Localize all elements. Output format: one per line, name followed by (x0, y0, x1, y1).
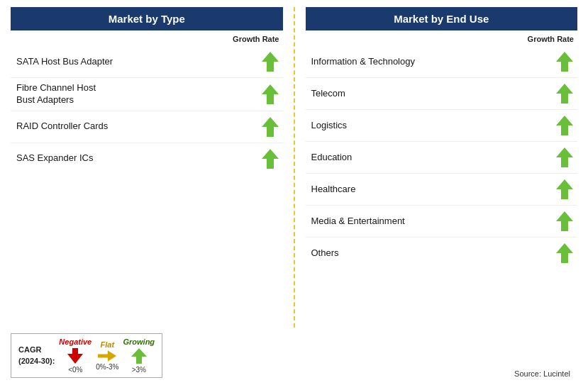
svg-marker-9 (556, 211, 573, 231)
svg-marker-2 (262, 117, 279, 137)
arrow-up-icon (555, 50, 575, 73)
right-item-label-3: Logistics (311, 120, 553, 132)
svg-marker-10 (556, 243, 573, 263)
left-item-row-4: SAS Expander ICs (11, 143, 283, 174)
source-container: Source: Lucintel (294, 328, 578, 378)
left-arrow-4 (257, 147, 283, 170)
arrow-up-icon (555, 242, 575, 264)
right-growth-label: Growth Rate (528, 35, 574, 43)
arrow-up-icon (260, 83, 280, 106)
left-arrow-2 (257, 83, 283, 106)
legend-negative-label: Negative (59, 337, 91, 346)
arrow-up-icon (555, 178, 575, 201)
svg-marker-8 (556, 179, 573, 199)
legend-growing-label: Growing (123, 337, 155, 346)
right-arrow-4 (552, 146, 577, 169)
svg-marker-4 (556, 52, 573, 72)
svg-marker-3 (262, 149, 279, 169)
legend-container: CAGR (2024-30): Negative <0% Flat (11, 328, 294, 378)
left-arrow-3 (257, 116, 283, 138)
left-item-label-3: RAID Controller Cards (16, 121, 257, 133)
arrow-right-yellow-icon (98, 350, 116, 362)
right-item-label-1: Information & Technology (311, 56, 553, 68)
left-arrow-1 (257, 50, 283, 73)
left-growth-label-row: Growth Rate (11, 35, 283, 43)
right-panel: Market by End Use Growth Rate Informatio… (299, 7, 578, 328)
right-item-row-5: Healthcare (306, 174, 578, 206)
right-item-label-4: Education (311, 152, 553, 164)
legend-negative-value: <0% (68, 366, 82, 374)
right-growth-label-row: Growth Rate (306, 35, 578, 43)
vertical-divider (294, 7, 295, 328)
legend-flat: Flat 0%-3% (96, 340, 118, 371)
right-arrow-1 (552, 50, 577, 73)
svg-marker-12 (98, 350, 116, 362)
legend-flat-label: Flat (101, 340, 115, 349)
arrow-down-red-icon (67, 347, 83, 365)
svg-marker-11 (67, 348, 83, 364)
bottom-row: CAGR (2024-30): Negative <0% Flat (11, 328, 577, 378)
arrow-up-icon (555, 82, 575, 105)
right-item-row-4: Education (306, 142, 578, 174)
main-container: Market by Type Growth Rate SATA Host Bus… (0, 0, 588, 385)
right-item-row-6: Media & Entertainment (306, 206, 578, 238)
svg-marker-5 (556, 84, 573, 104)
right-item-row-1: Information & Technology (306, 46, 578, 78)
legend-negative: Negative <0% (59, 337, 91, 374)
left-item-row-2: Fibre Channel HostBust Adapters (11, 78, 283, 111)
legend-growing: Growing >3% (123, 337, 155, 374)
svg-marker-7 (556, 147, 573, 167)
arrow-up-icon (555, 210, 575, 233)
svg-marker-6 (556, 116, 573, 135)
left-panel: Market by Type Growth Rate SATA Host Bus… (11, 7, 290, 328)
right-arrow-7 (552, 242, 577, 264)
arrow-up-icon (555, 114, 575, 137)
svg-marker-0 (262, 52, 279, 72)
left-item-label-1: SATA Host Bus Adapter (16, 56, 257, 68)
right-item-row-3: Logistics (306, 110, 578, 142)
svg-marker-13 (131, 348, 147, 364)
source-text: Source: Lucintel (514, 369, 577, 378)
right-item-label-7: Others (311, 247, 553, 260)
right-item-label-2: Telecom (311, 88, 553, 100)
right-arrow-2 (552, 82, 577, 105)
panels-row: Market by Type Growth Rate SATA Host Bus… (11, 7, 577, 328)
left-item-row-1: SATA Host Bus Adapter (11, 46, 283, 78)
left-growth-label: Growth Rate (233, 35, 279, 43)
arrow-up-green-small-icon (131, 347, 147, 365)
legend-cagr-text: CAGR (2024-30): (18, 345, 55, 367)
legend-box: CAGR (2024-30): Negative <0% Flat (11, 333, 162, 378)
right-arrow-5 (552, 178, 577, 201)
arrow-up-icon (555, 146, 575, 169)
arrow-up-icon (260, 50, 280, 73)
left-item-label-2: Fibre Channel HostBust Adapters (16, 82, 257, 106)
arrow-up-icon (260, 147, 280, 170)
arrow-up-icon (260, 116, 280, 138)
svg-marker-1 (262, 84, 279, 104)
left-panel-header: Market by Type (11, 7, 283, 30)
right-item-row-7: Others (306, 238, 578, 269)
legend-flat-value: 0%-3% (96, 363, 118, 371)
right-arrow-3 (552, 114, 577, 137)
right-item-label-6: Media & Entertainment (311, 216, 553, 228)
left-item-label-4: SAS Expander ICs (16, 152, 257, 164)
left-item-row-3: RAID Controller Cards (11, 111, 283, 143)
right-item-label-5: Healthcare (311, 184, 553, 196)
right-item-row-2: Telecom (306, 78, 578, 110)
legend-growing-value: >3% (132, 366, 146, 374)
right-arrow-6 (552, 210, 577, 233)
right-panel-header: Market by End Use (306, 7, 578, 30)
